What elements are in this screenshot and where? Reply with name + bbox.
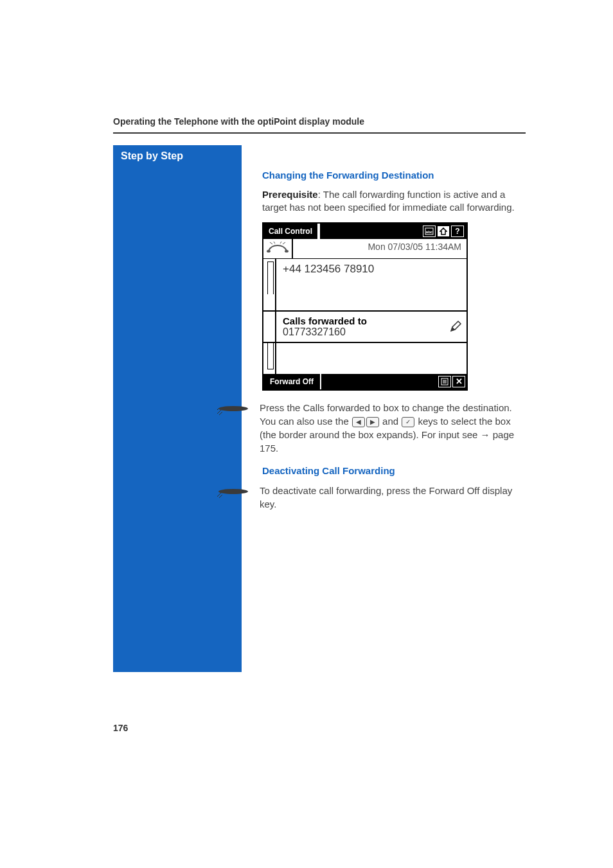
phone-number-display: +44 123456 78910 (276, 259, 466, 310)
check-key-icon: ✓ (402, 417, 414, 427)
svg-text:abc: abc (426, 230, 433, 234)
tab-rail-top (263, 259, 276, 310)
touch-pen-icon-2 (217, 484, 249, 499)
section-changing-forward-dest: Changing the Forwarding Destination (262, 170, 526, 181)
prerequisite-text: Prerequisite: The call forwarding functi… (262, 188, 526, 215)
page-number: 176 (113, 723, 128, 733)
page-header: Operating the Telephone with the optiPoi… (113, 116, 364, 127)
prerequisite-label: Prerequisite (262, 189, 318, 200)
svg-line-13 (219, 495, 222, 498)
close-icon[interactable]: ✕ (452, 376, 465, 387)
forward-off-button[interactable]: Forward Off (263, 374, 321, 389)
call-control-tab[interactable]: Call Control (263, 224, 319, 239)
input-mode-icon[interactable]: abc (423, 226, 436, 237)
list-icon[interactable] (438, 376, 451, 387)
calls-forwarded-box[interactable]: Calls forwarded to 01773327160 (263, 310, 466, 343)
svg-line-9 (217, 410, 221, 414)
home-icon[interactable] (437, 226, 450, 237)
svg-point-11 (218, 489, 248, 494)
phone-status-icon (263, 239, 293, 258)
section-deactivating-forwarding: Deactivating Call Forwarding (262, 465, 526, 476)
right-key-icon: ▶ (366, 417, 379, 427)
phone-datetime: Mon 07/03/05 11:34AM (293, 239, 466, 258)
sidebar-title: Step by Step (121, 150, 183, 161)
svg-line-12 (217, 493, 221, 497)
svg-point-3 (285, 250, 289, 252)
left-key-icon: ◀ (352, 417, 365, 427)
instruction-press-box: Press the Calls forwarded to box to chan… (260, 401, 526, 455)
tab-rail-bottom (263, 343, 276, 374)
touch-pen-icon (217, 401, 249, 416)
instruction-deactivate: To deactivate call forwarding, press the… (260, 484, 526, 511)
svg-line-10 (219, 412, 222, 415)
help-icon[interactable]: ? (451, 226, 464, 237)
svg-point-8 (218, 406, 248, 411)
svg-point-2 (267, 250, 271, 252)
forwarded-number: 01773327160 (283, 326, 438, 338)
forwarded-label: Calls forwarded to (283, 315, 438, 326)
phone-display-mock: Call Control abc ? (262, 222, 468, 391)
edit-pencil-icon[interactable] (445, 312, 466, 342)
